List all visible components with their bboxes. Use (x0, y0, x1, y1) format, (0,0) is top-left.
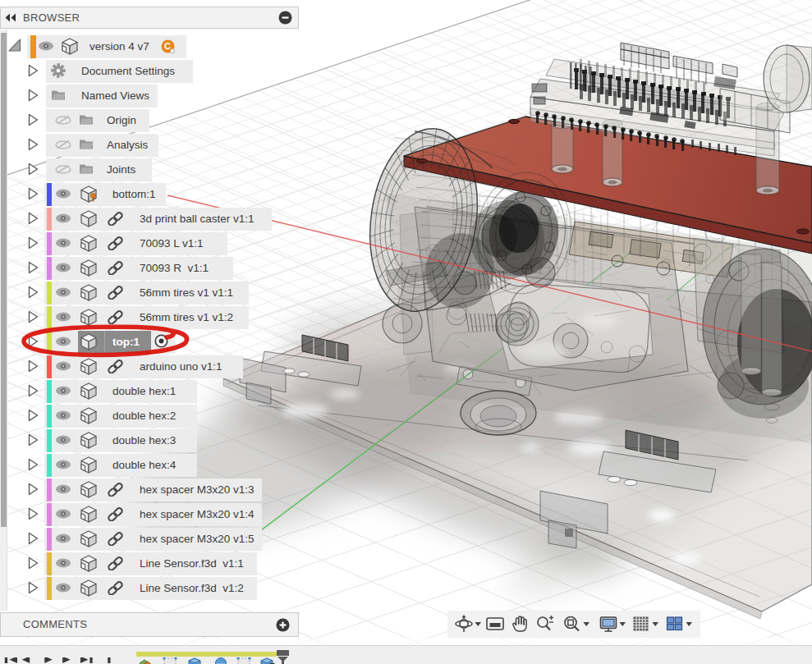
svg-text:C: C (164, 41, 171, 51)
